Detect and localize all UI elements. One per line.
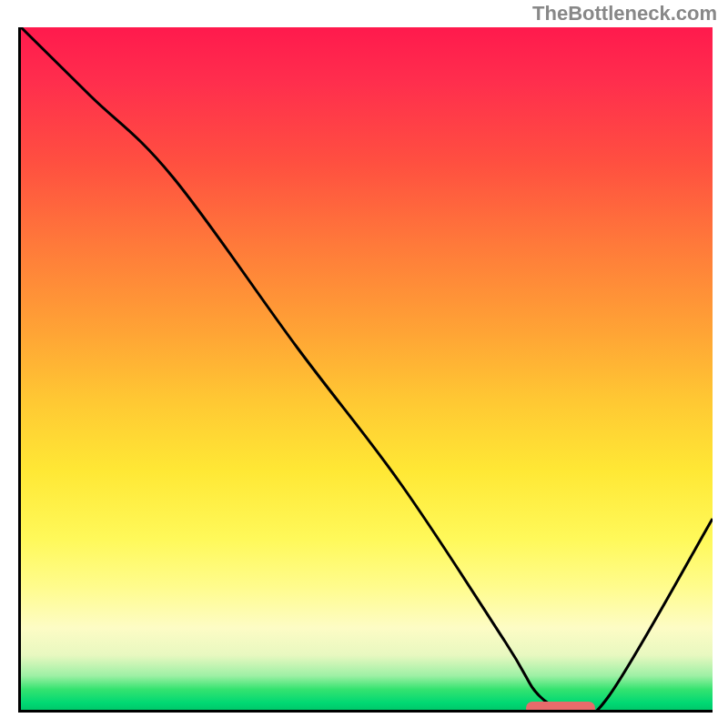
chart-container: TheBottleneck.com <box>0 0 728 728</box>
line-curve <box>21 27 713 710</box>
chart-area <box>18 27 713 713</box>
minimum-marker <box>526 702 595 713</box>
watermark-text: TheBottleneck.com <box>532 2 717 25</box>
